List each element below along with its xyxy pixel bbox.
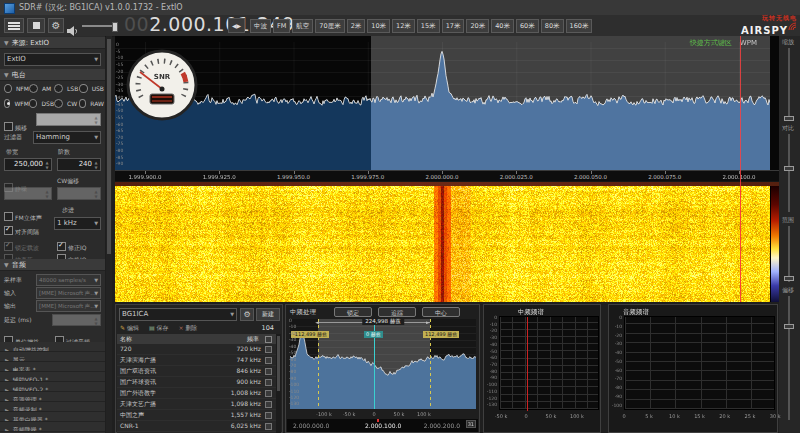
band-button-10[interactable]: 20米 [466, 19, 489, 33]
scale-badge[interactable]: 31 [466, 420, 476, 428]
edit-button[interactable]: ✎ 编辑 [120, 324, 139, 331]
band-button-1[interactable]: 中波 [250, 19, 271, 33]
bandwidth-input[interactable]: 250,000▲▼ [4, 158, 52, 171]
scan-checkbox[interactable] [265, 412, 272, 419]
audio-output-select[interactable]: [MME] Microsoft 声…▼ [36, 300, 101, 312]
latency-input[interactable]: ▲▼ [52, 314, 101, 326]
band-button-3[interactable]: 航空 [292, 19, 313, 33]
frequency-row-8[interactable]: CNR-16,025 kHz [117, 421, 277, 432]
mode-radio-nfm[interactable]: NFM [4, 84, 29, 93]
band-button-2[interactable]: FM [273, 19, 290, 33]
new-entry-button[interactable]: 新建 [256, 308, 280, 321]
sidebar-panel-4[interactable]: ▶辅助VFO-1 * [0, 372, 105, 382]
slider-track-4[interactable] [788, 296, 790, 420]
band-button-9[interactable]: 17米 [442, 19, 465, 33]
right-edge-label[interactable]: 112,499 赫兹 [423, 331, 459, 338]
profile-settings-button[interactable]: ⚙ [240, 308, 254, 321]
band-button-7[interactable]: 12米 [392, 19, 415, 33]
frequency-row-1[interactable]: 720720 kHz [117, 344, 277, 355]
spinner-icon[interactable]: ▲▼ [44, 160, 50, 170]
sidebar-panel-7[interactable]: ▶音频录制 * [0, 402, 105, 412]
mode-radio-cw[interactable]: CW [54, 99, 79, 108]
profile-select[interactable]: BG1ICA▼ [119, 308, 237, 321]
band-button-8[interactable]: 15米 [417, 19, 440, 33]
spectrum-graph[interactable] [499, 316, 599, 410]
squelch-input[interactable]: ▲▼ [4, 187, 52, 200]
scrollbar-thumb[interactable] [277, 336, 280, 391]
order-input[interactable]: 240▲▼ [57, 158, 101, 171]
scrollbar-thumb[interactable] [107, 39, 111, 254]
cw-shift-input[interactable]: ▲▼ [57, 187, 101, 200]
spectrum-graph[interactable] [624, 316, 775, 410]
slider-track-3[interactable] [788, 226, 790, 282]
samplerate-select[interactable]: 48000 samples/s▼ [36, 274, 101, 286]
source-select[interactable]: ExtIO▼ [4, 53, 101, 66]
volume-thumb[interactable] [112, 22, 118, 32]
scan-checkbox[interactable] [265, 368, 272, 375]
band-button-11[interactable]: 40米 [491, 19, 514, 33]
title-bar[interactable]: SDR# (汉化: BG1ICA) v1.0.0.1732 - ExtIO [0, 0, 800, 16]
volume-slider[interactable] [82, 25, 118, 27]
snap-step-select[interactable]: 1 kHz▼ [54, 217, 101, 230]
stop-button[interactable] [27, 18, 45, 33]
frequency-row-3[interactable]: 国广双语资讯846 kHz [117, 366, 277, 377]
sidebar-panel-2[interactable]: ▶显示 [0, 352, 105, 362]
radio-panel-header[interactable]: ▼电台 [0, 69, 105, 81]
sidebar-panel-6[interactable]: ▶音源管理 * [0, 392, 105, 402]
band-button-4[interactable]: 70厘米 [315, 19, 344, 33]
sidebar-panel-5[interactable]: ▶辅助VFO-2 * [0, 382, 105, 392]
mode-radio-lsb[interactable]: LSB [54, 84, 79, 93]
mode-radio-wfm[interactable]: WFM [4, 99, 29, 108]
list-scrollbar[interactable] [276, 334, 281, 433]
audio-input-select[interactable]: [MME] Microsoft 声…▼ [36, 287, 101, 299]
sidebar-panel-8[interactable]: ▶基带白噪器 * [0, 412, 105, 422]
band-button-14[interactable]: 160米 [566, 19, 593, 33]
delete-button[interactable]: × 删除 [178, 324, 197, 331]
fft-spectrum-display[interactable] [115, 36, 770, 170]
scan-checkbox[interactable] [265, 401, 272, 408]
frequency-column-header[interactable]: 频率 [247, 334, 259, 344]
scan-checkbox[interactable] [265, 379, 272, 386]
slider-thumb-1[interactable] [784, 116, 794, 121]
waterfall-display[interactable] [115, 186, 770, 302]
scan-checkbox[interactable] [265, 357, 272, 364]
slider-thumb-3[interactable] [784, 276, 794, 281]
frequency-row-5[interactable]: 国广外语教学1,008 kHz [117, 388, 277, 399]
spinner-icon[interactable]: ▲▼ [93, 115, 99, 125]
spinner-icon[interactable]: ▲▼ [93, 160, 99, 170]
sidebar-panel-3[interactable]: ▶电平表 * [0, 362, 105, 372]
band-button-5[interactable]: 2米 [347, 19, 366, 33]
mode-radio-raw[interactable]: RAW [79, 99, 104, 108]
save-button[interactable]: ▤ 保存 [149, 324, 169, 331]
frequency-row-6[interactable]: 天津文艺广播1,098 kHz [117, 399, 277, 410]
if-button-2[interactable]: 追踪 [378, 307, 416, 317]
band-button-12[interactable]: 60米 [516, 19, 539, 33]
settings-button[interactable]: ⚙ [48, 18, 64, 33]
frequency-row-4[interactable]: 国广环球资讯900 kHz [117, 377, 277, 388]
sidebar-scrollbar[interactable] [106, 36, 112, 433]
if-graph[interactable]: ◄ ► 224,998 赫兹 -112,499 赫兹 0 赫兹 112,499 … [290, 319, 476, 409]
source-panel-header[interactable]: ▼来源: ExtIO [0, 37, 105, 49]
sidebar-panel-1[interactable]: ▶自动增益控制 [0, 342, 105, 352]
mode-radio-am[interactable]: AM [29, 84, 54, 93]
scan-column-header[interactable] [265, 336, 272, 343]
if-button-1[interactable]: 锁定 [334, 307, 372, 317]
menu-button[interactable] [4, 18, 24, 33]
slider-thumb-4[interactable] [784, 324, 794, 329]
slider-track-1[interactable] [788, 48, 790, 120]
frequency-row-2[interactable]: 天津滨海广播747 kHz [117, 355, 277, 366]
shift-input[interactable]: ▲▼ [36, 113, 101, 126]
scan-checkbox[interactable] [265, 346, 272, 353]
mode-radio-usb[interactable]: USB [79, 84, 104, 93]
scan-checkbox[interactable] [265, 423, 272, 430]
slider-thumb-2[interactable] [784, 166, 794, 171]
shift-checkbox[interactable]: 频移 [4, 115, 27, 134]
if-button-3[interactable]: 中心 [422, 307, 460, 317]
filter-select[interactable]: Hamming▼ [33, 131, 101, 144]
band-button-13[interactable]: 80米 [541, 19, 564, 33]
audio-panel-header[interactable]: ▼音频 [0, 259, 105, 271]
name-column-header[interactable]: 名称 [120, 334, 132, 344]
tuning-line[interactable] [740, 36, 741, 302]
sidebar-panel-9[interactable]: ▶音频降噪 * [0, 422, 105, 432]
scan-checkbox[interactable] [265, 390, 272, 397]
